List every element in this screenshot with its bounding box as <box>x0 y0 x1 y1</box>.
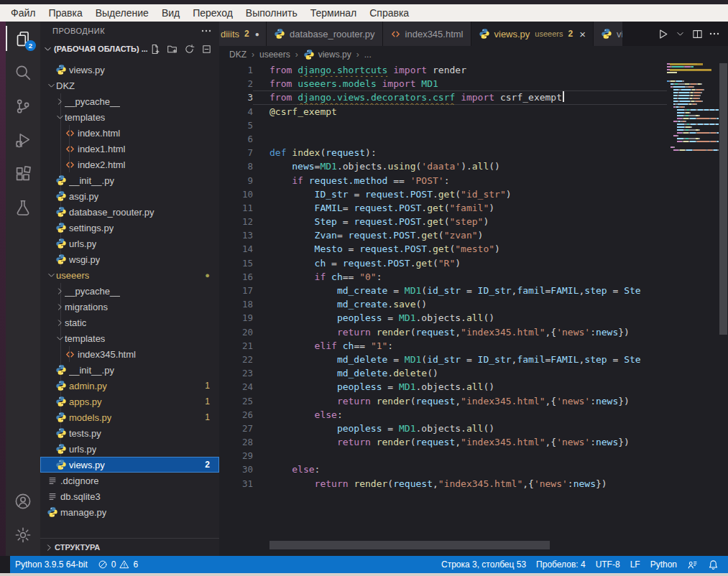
breadcrumb-item[interactable]: views.py <box>303 49 351 60</box>
status-language-mode[interactable]: Python <box>645 556 682 573</box>
close-icon[interactable]: × <box>579 29 586 40</box>
code-line-5[interactable]: 5 <box>219 119 667 132</box>
tree-item-DKZ[interactable]: DKZ <box>40 78 219 93</box>
tree-item-urls.py[interactable]: urls.py <box>40 236 219 251</box>
tree-item-__pycache__[interactable]: __pycache__ <box>40 93 219 109</box>
menu-item[interactable]: Файл <box>4 6 42 19</box>
status-notifications[interactable] <box>703 556 724 573</box>
code-line-15[interactable]: 15ch = request.POST.get("R") <box>219 256 667 270</box>
tree-item-manage.py[interactable]: manage.py <box>40 504 219 520</box>
status-cursor-position[interactable]: Строка 3, столбец 53 <box>436 556 531 573</box>
code-line-25[interactable]: 25return render(request,"index345.html",… <box>219 394 667 408</box>
code-line-2[interactable]: 2from useeers.models import MD1 <box>219 77 667 90</box>
workspace-section-header[interactable]: (РАБОЧАЯ ОБЛАСТЬ) ... <box>40 40 219 57</box>
breadcrumb-item[interactable]: ... <box>364 50 372 60</box>
code-line-9[interactable]: 9if request.method == 'POST': <box>219 174 667 187</box>
code-line-17[interactable]: 17md_create = MD1(id_str = ID_str,famil=… <box>219 284 667 297</box>
new-file-icon[interactable] <box>147 42 162 56</box>
code-line-13[interactable]: 13Zvan= request.POST.get("zvan") <box>219 228 667 242</box>
code-line-24[interactable]: 24peopless = MD1.objects.all() <box>219 380 667 394</box>
code-line-27[interactable]: 27peopless = MD1.objects.all() <box>219 422 667 435</box>
split-editor-icon[interactable] <box>689 26 705 42</box>
code-line-21[interactable]: 21elif ch== "1": <box>219 339 667 353</box>
code-line-1[interactable]: 1from django.shortcuts import render <box>219 63 667 77</box>
breadcrumb-item[interactable]: useeers <box>259 50 290 60</box>
tree-item-index345.html[interactable]: index345.html <box>40 346 219 362</box>
tree-item-templates[interactable]: templates <box>40 109 219 125</box>
tree-item-useeers[interactable]: useeers● <box>40 267 219 283</box>
menu-item[interactable]: Выделение <box>89 6 155 19</box>
tab-views.py[interactable]: views.pyuseeers2× <box>471 22 594 46</box>
code-line-31[interactable]: 31return render(request,"index345.html",… <box>219 477 667 491</box>
tree-item-wsgi.py[interactable]: wsgi.py <box>40 251 219 267</box>
tree-item-__init__.py[interactable]: __init__.py <box>40 172 219 188</box>
tree-item-views.py[interactable]: views.py2 <box>40 457 219 473</box>
code-line-10[interactable]: 10ID_str = request.POST.get("id_str") <box>219 187 667 201</box>
tree-item-__init__.py[interactable]: __init__.py <box>40 362 219 378</box>
run-icon[interactable] <box>655 26 671 42</box>
tree-item-admin.py[interactable]: admin.py1 <box>40 378 219 394</box>
activity-testing[interactable] <box>6 190 40 224</box>
tree-item-apps.py[interactable]: apps.py1 <box>40 394 219 409</box>
menu-item[interactable]: Переход <box>186 6 239 19</box>
menu-item[interactable]: Терминал <box>304 6 363 19</box>
status-indentation[interactable]: Пробелов: 4 <box>531 556 591 573</box>
tree-item-index2.html[interactable]: index2.html <box>40 157 219 172</box>
status-problems[interactable]: 06 <box>93 556 143 573</box>
tree-item-urls.py[interactable]: urls.py <box>40 441 219 457</box>
tree-item-models.py[interactable]: models.py1 <box>40 409 219 425</box>
activity-search[interactable] <box>6 55 40 89</box>
outline-section-header[interactable]: СТРУКТУРА <box>40 538 219 556</box>
status-eol[interactable]: LF <box>625 556 645 573</box>
tree-item-migrations[interactable]: migrations <box>40 299 219 315</box>
code-line-7[interactable]: 7def index(request): <box>219 146 667 159</box>
tree-item-asgi.py[interactable]: asgi.py <box>40 188 219 204</box>
horizontal-scrollbar-thumb[interactable] <box>269 541 550 549</box>
tab-index345.html[interactable]: index345.html <box>383 22 471 46</box>
code-line-8[interactable]: 8news=MD1.objects.using('daata').all() <box>219 159 667 173</box>
code-line-16[interactable]: 16if ch== "0": <box>219 270 667 284</box>
status-encoding[interactable]: UTF-8 <box>591 556 625 573</box>
code-line-14[interactable]: 14Mesto = request.POST.get("mesto") <box>219 242 667 256</box>
tree-item-.dcignore[interactable]: .dcignore <box>40 473 219 488</box>
menu-item[interactable]: Вид <box>155 6 186 19</box>
code-line-12[interactable]: 12Step = request.POST.get("step") <box>219 215 667 228</box>
status-python-interpreter[interactable]: Python 3.9.5 64-bit <box>10 556 93 573</box>
run-dropdown-icon[interactable] <box>672 26 688 42</box>
tab-vie[interactable]: vie <box>594 22 622 46</box>
activity-run-and-debug[interactable] <box>6 123 40 157</box>
activity-source-control[interactable] <box>6 89 40 123</box>
modified-dot-icon[interactable]: ● <box>255 30 259 38</box>
tree-item-index.html[interactable]: index.html <box>40 125 219 141</box>
code-line-26[interactable]: 26else: <box>219 408 667 422</box>
code-line-18[interactable]: 18md_create.save() <box>219 297 667 311</box>
code-line-23[interactable]: 23md_delete.delete() <box>219 366 667 380</box>
code-line-30[interactable]: 30else: <box>219 463 667 476</box>
refresh-explorer-icon[interactable] <box>182 42 196 56</box>
tree-item-db.sqlite3[interactable]: db.sqlite3 <box>40 488 219 504</box>
tree-item-templates[interactable]: templates <box>40 330 219 346</box>
activity-extensions[interactable] <box>6 157 40 190</box>
code-line-11[interactable]: 11FAMIL= request.POST.get("famil") <box>219 201 667 215</box>
menu-item[interactable]: Правка <box>42 6 88 19</box>
code-line-28[interactable]: 28return render(request,"index345.html",… <box>219 435 667 449</box>
menu-item[interactable]: Справка <box>363 6 415 19</box>
code-editor[interactable]: 1from django.shortcuts import render2fro… <box>219 63 667 556</box>
tree-item-views.py[interactable]: views.py <box>40 62 219 78</box>
tree-item-index1.html[interactable]: index1.html <box>40 141 219 157</box>
tree-item-settings.py[interactable]: settings.py <box>40 220 219 236</box>
collapse-folders-icon[interactable] <box>199 42 213 56</box>
status-feedback[interactable] <box>682 556 703 573</box>
code-line-6[interactable]: 6 <box>219 132 667 146</box>
breadcrumb-item[interactable]: DKZ <box>229 50 246 60</box>
code-line-4[interactable]: 4@csrf_exempt <box>219 105 667 119</box>
more-actions-icon[interactable] <box>706 26 722 42</box>
activity-settings[interactable] <box>6 518 40 552</box>
more-actions-icon[interactable] <box>201 25 212 37</box>
tab-diiits[interactable]: diiits2● <box>219 22 267 46</box>
tree-item-static[interactable]: static <box>40 315 219 330</box>
tree-item-database_roouter.py[interactable]: database_roouter.py <box>40 204 219 220</box>
menu-item[interactable]: Выполнить <box>239 6 304 19</box>
code-line-22[interactable]: 22md_delete = MD1(id_str = ID_str,famil=… <box>219 353 667 366</box>
code-line-29[interactable]: 29 <box>219 449 667 463</box>
